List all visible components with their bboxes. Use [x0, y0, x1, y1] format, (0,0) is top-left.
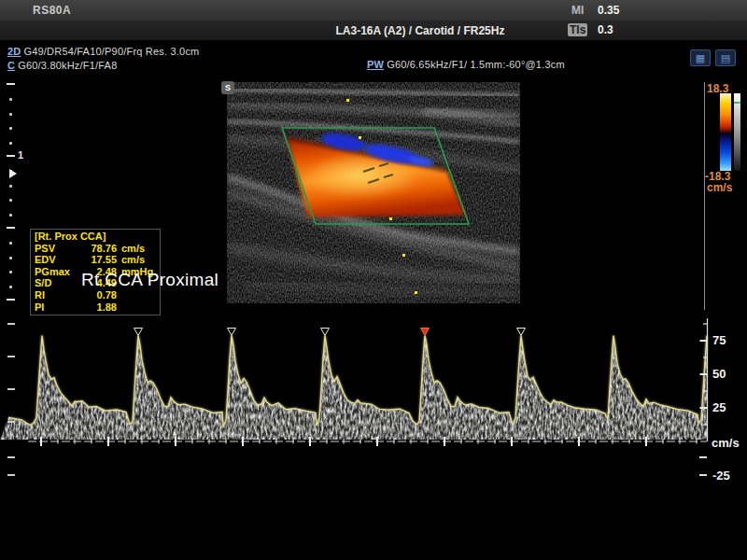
scale-25: 25	[712, 400, 726, 414]
tis-label: TIs	[568, 23, 587, 36]
spectral-doppler: 75 50 25 cm/s -25	[0, 308, 747, 504]
measurement-row: RI0.78	[35, 289, 156, 301]
mi-value: 0.35	[598, 4, 619, 17]
velocity-scale-labels: 75 50 25 cm/s -25	[712, 333, 740, 483]
spectral-waveform	[0, 329, 708, 441]
color-mode-button[interactable]: C	[7, 60, 15, 71]
mi-label: MI	[571, 4, 584, 17]
grayscale-bar	[734, 93, 740, 171]
ultrasound-screen: RS80A LA3-16A (A2) / Carotid / FR25Hz MI…	[0, 0, 747, 560]
image-area-divider	[704, 82, 705, 310]
scale-75: 75	[712, 333, 726, 347]
color-mode-text: G60/3.80kHz/F1/FA8	[18, 60, 117, 71]
depth-1cm-label: 1	[18, 149, 23, 161]
color-doppler-bar	[720, 93, 731, 171]
color-scale-unit: cm/s	[707, 181, 732, 194]
machine-model: RS80A	[33, 4, 71, 17]
spectral-axes	[7, 318, 708, 475]
gray-map-marker	[734, 102, 740, 104]
probe-preset-label[interactable]: LA3-16A (A2) / Carotid / FR25Hz	[280, 24, 560, 37]
b-mode-image	[227, 82, 520, 303]
scale-neg25: -25	[712, 469, 730, 483]
tis-value: 0.3	[598, 23, 613, 36]
measurement-row: EDV17.55cm/s	[35, 254, 156, 266]
color-mode-params: CG60/3.80kHz/F1/FA8	[7, 60, 117, 71]
clip-store-icon[interactable]: ▦	[690, 49, 711, 66]
b-mode-params: 2DG49/DR54/FA10/P90/Frq Res. 3.0cm	[7, 46, 199, 57]
annotation-text[interactable]: Rt CCA Proximal	[81, 270, 218, 290]
b-mode-button[interactable]: 2D	[7, 46, 21, 57]
pw-mode-text: G60/6.65kHz/F1/ 1.5mm:-60°@1.3cm	[387, 59, 565, 70]
pw-mode-button[interactable]: PW	[367, 59, 384, 70]
measurement-title: [Rt. Prox CCA]	[35, 231, 156, 243]
b-mode-text: G49/DR54/FA10/P90/Frq Res. 3.0cm	[23, 46, 199, 57]
scale-50: 50	[712, 367, 726, 381]
scale-unit: cm/s	[712, 436, 740, 450]
focus-marker-icon[interactable]	[9, 169, 17, 178]
measurement-row: PSV78.76cm/s	[35, 243, 156, 255]
orientation-marker: S	[221, 81, 234, 94]
header-bar-top	[0, 0, 747, 21]
pw-mode-params: PWG60/6.65kHz/F1/ 1.5mm:-60°@1.3cm	[367, 59, 565, 70]
image-store-icon[interactable]: ▤	[715, 49, 736, 66]
